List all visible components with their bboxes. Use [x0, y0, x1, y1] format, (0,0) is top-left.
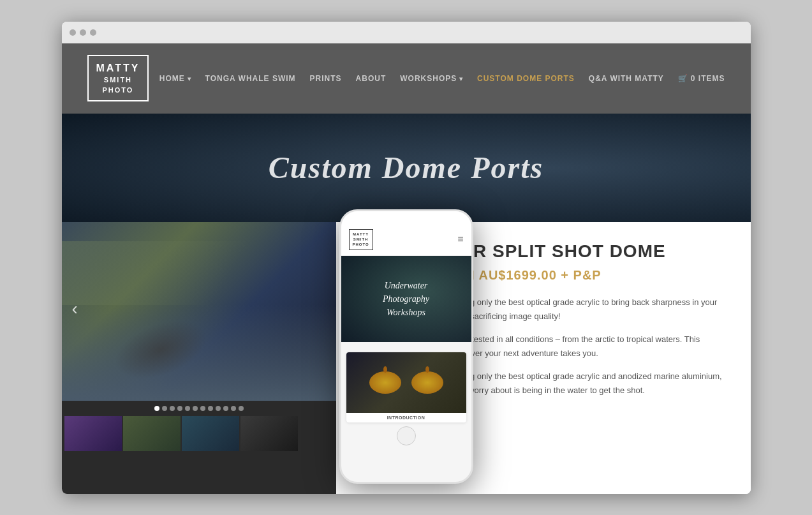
thumbnail-3[interactable] — [182, 416, 239, 451]
browser-dot-red — [70, 29, 76, 36]
mobile-logo-line2: SMITH — [353, 237, 369, 242]
carousel-dot-9[interactable] — [216, 406, 221, 411]
thumbnail-1[interactable] — [64, 416, 122, 451]
mobile-logo-line3: PHOTO — [353, 242, 369, 247]
cart-count: 0 ITEMS — [691, 74, 725, 83]
carousel-dot-8[interactable] — [208, 406, 213, 411]
mobile-frame: MATTY SMITH PHOTO ≡ Underwater Photograp… — [339, 209, 473, 484]
mobile-header: MATTY SMITH PHOTO ≡ — [341, 224, 471, 256]
site-logo[interactable]: MATTY SMITH PHOTO — [87, 55, 149, 101]
carousel-dot-1[interactable] — [154, 406, 159, 411]
nudibranch-right — [411, 371, 443, 394]
hero-title: Custom Dome Ports — [269, 150, 543, 185]
cart-button[interactable]: 🛒 0 ITEMS — [678, 74, 725, 83]
mobile-hero-image: Underwater Photography Workshops — [341, 256, 471, 342]
mobile-status-bar — [341, 211, 471, 224]
carousel-thumbnails — [62, 416, 336, 454]
carousel-dot-5[interactable] — [185, 406, 190, 411]
browser-dot-yellow — [80, 29, 86, 36]
nav-qa[interactable]: Q&A WITH MATTY — [589, 74, 664, 83]
carousel-dot-11[interactable] — [231, 406, 236, 411]
mobile-hero-line3: Workshops — [383, 306, 429, 319]
thumbnail-4[interactable] — [240, 416, 298, 451]
carousel-dots — [62, 401, 336, 416]
logo-text: MATTY — [96, 61, 140, 75]
main-nav: HOME TONGA WHALE SWIM PRINTS ABOUT WORKS… — [159, 74, 725, 83]
mobile-menu-button[interactable]: ≡ — [457, 234, 463, 245]
carousel-dot-12[interactable] — [239, 406, 244, 411]
browser-chrome — [62, 22, 751, 43]
nav-prints[interactable]: PRINTS — [310, 74, 342, 83]
carousel-dot-4[interactable] — [177, 406, 182, 411]
mobile-product-image — [346, 352, 466, 413]
site-content: MATTY SMITH PHOTO HOME TONGA WHALE SWIM … — [62, 43, 751, 494]
carousel-dot-3[interactable] — [170, 406, 175, 411]
logo-text2: SMITH — [96, 75, 140, 85]
mobile-hero-line2: Photography — [383, 292, 429, 306]
hero-banner: Custom Dome Ports — [62, 114, 751, 222]
nav-home[interactable]: HOME — [159, 74, 191, 83]
carousel-section: ‹ — [62, 222, 336, 494]
nav-dome-ports[interactable]: CUSTOM DOME PORTS — [477, 74, 575, 83]
carousel-dot-7[interactable] — [200, 406, 205, 411]
carousel-main-image — [62, 222, 336, 401]
nav-about[interactable]: ABOUT — [356, 74, 387, 83]
main-content: ‹ — [62, 222, 751, 494]
nav-tonga[interactable]: TONGA WHALE SWIM — [205, 74, 296, 83]
nav-workshops[interactable]: WORKSHOPS — [400, 74, 463, 83]
browser-dot-green — [90, 29, 96, 36]
carousel-dot-2[interactable] — [162, 406, 167, 411]
mobile-overlay: MATTY SMITH PHOTO ≡ Underwater Photograp… — [339, 209, 473, 484]
nudibranch-left — [369, 371, 401, 394]
mobile-home-button[interactable] — [397, 426, 416, 445]
wave-bg2 — [62, 241, 336, 305]
mobile-hero-text: Underwater Photography Workshops — [383, 279, 429, 319]
thumbnail-2[interactable] — [123, 416, 181, 451]
mobile-logo-line1: MATTY — [353, 232, 369, 237]
mobile-logo: MATTY SMITH PHOTO — [349, 229, 373, 250]
mobile-product-card: INTRODUCTION — [346, 352, 466, 422]
mobile-hero-line1: Underwater — [383, 279, 429, 292]
site-header: MATTY SMITH PHOTO HOME TONGA WHALE SWIM … — [62, 43, 751, 114]
cart-icon: 🛒 — [678, 74, 688, 83]
browser-window: MATTY SMITH PHOTO HOME TONGA WHALE SWIM … — [62, 22, 751, 494]
mobile-product-label: INTRODUCTION — [346, 413, 466, 422]
mobile-separator — [341, 342, 471, 352]
carousel-prev-button[interactable]: ‹ — [72, 299, 78, 319]
carousel-dot-6[interactable] — [193, 406, 198, 411]
carousel-dot-10[interactable] — [223, 406, 228, 411]
logo-text3: PHOTO — [96, 86, 140, 95]
